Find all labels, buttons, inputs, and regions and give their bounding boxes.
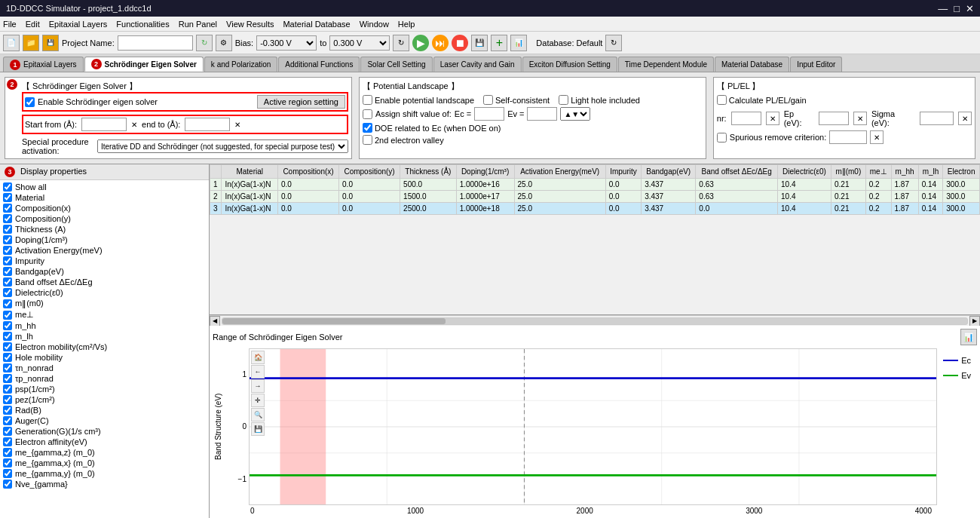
stop-btn[interactable]: ⏹ (452, 35, 468, 51)
prop-tp-nonrad-checkbox[interactable] (3, 374, 12, 383)
sigma-input[interactable]: 0.015 (920, 112, 954, 125)
active-region-btn[interactable]: Active region setting (257, 95, 345, 109)
new-file-btn[interactable]: 📄 (3, 35, 20, 51)
table-row[interactable]: 1 In(x)Ga(1-x)N 0.0 0.0 500.0 1.0000e+16… (210, 179, 980, 191)
table-row[interactable]: 2 In(x)Ga(1-x)N 0.0 0.0 1500.0 1.0000e+1… (210, 191, 980, 203)
menu-functionalities[interactable]: Functionalities (116, 20, 169, 29)
doe-checkbox[interactable] (363, 123, 372, 133)
bias-refresh-btn[interactable]: ↻ (393, 35, 409, 51)
tab-additional[interactable]: Additional Functions (278, 57, 360, 72)
menu-help[interactable]: Help (398, 20, 415, 29)
special-select[interactable]: Iterative DD and Schrödinger (not sugges… (97, 139, 348, 153)
prop-comp-x-checkbox[interactable] (3, 204, 12, 213)
menu-view-results[interactable]: View Results (226, 20, 274, 29)
menu-material-db[interactable]: Material Database (283, 20, 350, 29)
self-consistent-checkbox[interactable] (483, 95, 493, 105)
scroll-right-btn[interactable]: ▶ (969, 316, 980, 326)
prop-me-perp-checkbox[interactable] (3, 311, 12, 320)
start-from-input[interactable]: 200.0 (81, 118, 127, 131)
refresh-btn[interactable]: ↻ (196, 35, 213, 51)
prop-rad-checkbox[interactable] (3, 406, 12, 415)
ep-input[interactable]: 21.0 (819, 112, 849, 125)
menu-edit[interactable]: Edit (26, 20, 40, 29)
ev-input[interactable]: 0.00 (527, 107, 557, 121)
assign-shift-checkbox[interactable] (363, 109, 372, 119)
tab-k-polarization[interactable]: k and Polarization (204, 57, 278, 72)
chart-save-btn[interactable]: 💾 (251, 422, 265, 436)
prop-act-energy-checkbox[interactable] (3, 246, 12, 255)
prop-pez-checkbox[interactable] (3, 395, 12, 404)
prop-hole-mobility-checkbox[interactable] (3, 353, 12, 362)
tab-solar[interactable]: Solar Cell Setting (360, 57, 432, 72)
prop-auger-checkbox[interactable] (3, 416, 12, 425)
save-results-btn[interactable]: 💾 (471, 35, 488, 51)
chart-export-btn[interactable]: 📊 (960, 329, 977, 345)
start-clear-btn[interactable]: ✕ (131, 121, 137, 129)
spurious-input[interactable]: 100.0 (829, 130, 867, 144)
tab-material-db[interactable]: Material Database (715, 57, 789, 72)
prop-m-par-checkbox[interactable] (3, 299, 12, 308)
prop-m-hh-checkbox[interactable] (3, 321, 12, 330)
tab-epitaxial-layers[interactable]: 1 Epitaxial Layers (3, 57, 84, 72)
prop-band-offset-checkbox[interactable] (3, 277, 12, 287)
nr-input[interactable]: 2.3 (731, 112, 761, 125)
prop-psp-checkbox[interactable] (3, 385, 12, 394)
maximize-btn[interactable]: □ (954, 3, 960, 14)
prop-generation-checkbox[interactable] (3, 427, 12, 436)
enable-solver-checkbox[interactable] (25, 97, 35, 107)
prop-impurity-checkbox[interactable] (3, 256, 12, 265)
menu-window[interactable]: Window (360, 20, 389, 29)
chart-back-btn[interactable]: ← (251, 365, 265, 379)
scroll-left-btn[interactable]: ◀ (210, 316, 220, 326)
prop-comp-y-checkbox[interactable] (3, 214, 12, 223)
prop-bandgap-checkbox[interactable] (3, 267, 12, 276)
settings-btn[interactable]: ⚙ (216, 35, 232, 51)
light-hole-checkbox[interactable] (559, 95, 568, 105)
prop-doping-checkbox[interactable] (3, 235, 12, 244)
ep-clear-btn[interactable]: ✕ (853, 112, 867, 125)
prop-show-all-checkbox[interactable] (3, 182, 12, 192)
add-btn[interactable]: + (491, 35, 507, 51)
step-btn[interactable]: ⏭ (432, 35, 449, 51)
prop-material-checkbox[interactable] (3, 193, 12, 202)
prop-me-gamma-x-checkbox[interactable] (3, 458, 12, 467)
play-btn[interactable]: ▶ (412, 35, 429, 51)
prop-me-gamma-y-checkbox[interactable] (3, 469, 12, 478)
prop-tn-nonrad-checkbox[interactable] (3, 363, 12, 372)
nr-clear-btn[interactable]: ✕ (766, 112, 779, 125)
prop-me-gamma-z-checkbox[interactable] (3, 448, 12, 457)
db-refresh-btn[interactable]: ↻ (605, 35, 622, 51)
h-scrollbar-area[interactable]: ◀ ▶ (210, 315, 980, 326)
tab-schrodinger[interactable]: 2 Schrödinger Eigen Solver (84, 57, 204, 72)
end-to-input[interactable]: 500.0 (185, 118, 230, 131)
end-clear-btn[interactable]: ✕ (234, 121, 240, 129)
table-container[interactable]: Material Composition(x) Composition(y) T… (210, 164, 980, 315)
minimize-btn[interactable]: — (938, 3, 948, 14)
prop-electron-mobility-checkbox[interactable] (3, 342, 12, 351)
calculate-plel-checkbox[interactable] (717, 95, 727, 105)
project-name-input[interactable]: 1D_$QMstart (118, 35, 193, 51)
sigma-clear-btn[interactable]: ✕ (958, 112, 972, 125)
menu-epitaxial[interactable]: Epitaxial Layers (49, 20, 108, 29)
prop-thickness-checkbox[interactable] (3, 225, 12, 234)
chart-forward-btn[interactable]: → (251, 379, 265, 393)
second-valley-checkbox[interactable] (363, 135, 372, 145)
prop-electron-affinity-checkbox[interactable] (3, 437, 12, 446)
chart-home-btn[interactable]: 🏠 (251, 351, 265, 364)
chart-zoom-btn[interactable]: 🔍 (251, 408, 265, 421)
tab-laser[interactable]: Laser Cavity and Gain (433, 57, 522, 72)
h-scrollbar-track[interactable] (222, 317, 968, 325)
tab-exciton[interactable]: Exciton Diffusion Setting (522, 57, 617, 72)
menu-run-panel[interactable]: Run Panel (179, 20, 217, 29)
close-btn[interactable]: ✕ (966, 3, 974, 14)
prop-nve-gamma-checkbox[interactable] (3, 480, 12, 489)
tab-input-editor[interactable]: Input Editor (790, 57, 842, 72)
spurious-clear-btn[interactable]: ✕ (870, 130, 884, 144)
chart-btn[interactable]: 📊 (510, 35, 527, 51)
tab-time[interactable]: Time Dependent Module (618, 57, 714, 72)
prop-dielectric-checkbox[interactable] (3, 288, 12, 297)
ev-unit-select[interactable]: ▲▼ (560, 107, 590, 121)
save-file-btn[interactable]: 💾 (42, 35, 59, 51)
table-row[interactable]: 3 In(x)Ga(1-x)N 0.0 0.0 2500.0 1.0000e+1… (210, 203, 980, 215)
ec-input[interactable]: 0.00 (474, 107, 504, 121)
